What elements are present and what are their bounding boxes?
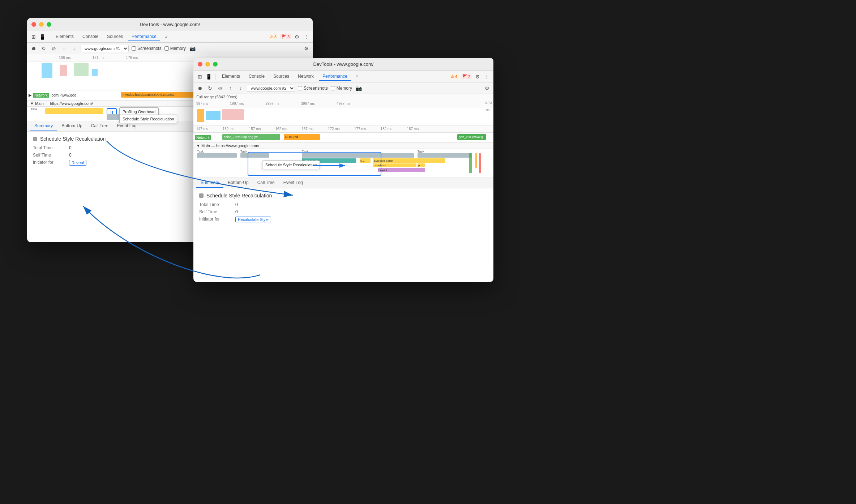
memory-label-back: Memory xyxy=(170,46,186,51)
close-button-front[interactable] xyxy=(198,62,202,67)
settings2-icon-back[interactable]: ⚙ xyxy=(303,45,310,52)
title-bar-back: DevTools - www.google.com/ xyxy=(27,18,313,31)
full-range-text: Full range (5342.99ms) xyxy=(196,95,237,99)
dr-6: 172 ms xyxy=(328,127,340,131)
main-label-back: Main — https://www.google.com/ xyxy=(35,101,93,106)
memory-checkbox-front[interactable] xyxy=(331,86,335,90)
upload-icon-back[interactable]: ↑ xyxy=(60,45,68,52)
tab-calltree-front[interactable]: Call Tree xyxy=(253,178,279,188)
tab-bottomup-back[interactable]: Bottom-Up xyxy=(57,121,86,131)
minimize-button-front[interactable] xyxy=(205,62,210,67)
tab-bar-back: ⊞ 📱 Elements Console Sources Performance… xyxy=(27,31,313,43)
screenshots-checkbox-back[interactable] xyxy=(132,46,136,51)
cpu-label-front: CPU xyxy=(485,101,492,104)
main-label-front: Main — https://www.google.com/ xyxy=(201,144,259,148)
memory-checkbox-back[interactable] xyxy=(164,46,169,51)
tab-more-front[interactable]: » xyxy=(352,72,362,81)
dr-8: 182 ms xyxy=(381,127,393,131)
schedule-style-tooltip-back: Schedule Style Recalculation xyxy=(119,115,177,123)
maximize-button-front[interactable] xyxy=(213,62,218,67)
main-arrow-back: ▼ xyxy=(30,101,34,106)
record-icon-front[interactable]: ⏺ xyxy=(196,85,204,92)
ruler-mark-1-back: 166 ms xyxy=(59,56,71,60)
total-time-value-back: 0 xyxy=(69,145,72,150)
tab-eventlog-front[interactable]: Event Log xyxy=(279,178,307,188)
memory-check-back: Memory xyxy=(164,46,186,51)
window-controls-back xyxy=(31,22,51,27)
settings-icon-back[interactable]: ⚙ xyxy=(293,33,300,40)
clear-icon-back[interactable]: ⊘ xyxy=(50,45,57,52)
close-button-back[interactable] xyxy=(31,22,36,27)
upload-icon-front[interactable]: ↑ xyxy=(227,85,234,92)
minimize-button-back[interactable] xyxy=(39,22,44,27)
settings-icon-front[interactable]: ⚙ xyxy=(474,73,481,80)
sep-front xyxy=(215,74,215,80)
clear-icon-front[interactable]: ⊘ xyxy=(217,85,224,92)
sep1 xyxy=(49,34,49,40)
window-title-back: DevTools - www.google.com/ xyxy=(140,22,200,27)
inspect-icon[interactable]: ⊞ xyxy=(30,33,37,40)
tab-bar-front: ⊞ 📱 Elements Console Sources Network Per… xyxy=(193,71,493,82)
tab-bottomup-front[interactable]: Bottom-Up xyxy=(223,178,253,188)
network-label-back: Network xyxy=(33,93,49,98)
initiator-row-front: Initiator for Recalculate Style xyxy=(199,217,488,222)
self-time-value-back: 0 xyxy=(69,153,72,158)
capture-icon-front[interactable]: 📷 xyxy=(355,85,362,92)
main-section-front: ▼ Main — https://www.google.com/ xyxy=(193,143,493,149)
tab-performance-front[interactable]: Performance xyxy=(319,72,351,81)
window-title-front: DevTools - www.google.com/ xyxy=(313,61,374,67)
record-icon-back[interactable]: ⏺ xyxy=(30,45,37,52)
more-icon-front[interactable]: ⋮ xyxy=(483,73,491,80)
tab-calltree-back[interactable]: Call Tree xyxy=(87,121,113,131)
device-icon[interactable]: 📱 xyxy=(39,33,46,40)
more-icon-back[interactable]: ⋮ xyxy=(303,33,310,40)
title-bar-front: DevTools - www.google.com/ xyxy=(193,58,493,71)
tab-summary-back[interactable]: Summary xyxy=(30,121,57,131)
target-select-front[interactable]: www.google.com #2 xyxy=(247,85,295,92)
reload-icon-front[interactable]: ↻ xyxy=(206,85,214,92)
total-time-value-front: 0 xyxy=(235,202,238,207)
tab-summary-front[interactable]: Summary xyxy=(196,178,223,188)
summary-panel-front: Schedule Style Recalculation Total Time … xyxy=(193,188,493,229)
recalculate-link-front[interactable]: Recalculate Style xyxy=(235,217,271,222)
tab-elements-back[interactable]: Elements xyxy=(52,33,77,41)
summary-color-dot-front xyxy=(199,193,204,198)
settings2-icon-front[interactable]: ⚙ xyxy=(483,85,491,92)
reload-icon-back[interactable]: ↻ xyxy=(40,45,47,52)
tab-performance-back[interactable]: Performance xyxy=(128,33,160,41)
dr-1: 147 ms xyxy=(196,127,208,131)
screenshots-check-front: Screenshots xyxy=(298,86,328,91)
initiator-label-front: Initiator for xyxy=(199,217,235,222)
reveal-link-back[interactable]: Reveal xyxy=(69,160,86,166)
inspect-icon-front[interactable]: ⊞ xyxy=(196,73,204,80)
total-time-row-front: Total Time 0 xyxy=(199,202,488,207)
download-icon-back[interactable]: ↓ xyxy=(70,45,78,52)
callout-arrow-front xyxy=(193,149,493,178)
overview-gauge-front: NET xyxy=(193,107,493,125)
target-select-back[interactable]: www.google.com #1 xyxy=(81,45,129,52)
tab-console-back[interactable]: Console xyxy=(79,33,102,41)
toolbar2-front: ⏺ ↻ ⊘ ↑ ↓ www.google.com #2 Screenshots … xyxy=(193,82,493,94)
maximize-button-back[interactable] xyxy=(47,22,51,27)
tab-elements-front[interactable]: Elements xyxy=(218,72,244,81)
total-time-label-back: Total Time xyxy=(33,145,69,150)
net-bar2-front: NUn3,qd... xyxy=(284,134,320,140)
ov-mark-3: 2997 ms xyxy=(265,102,279,106)
tab-sources-front[interactable]: Sources xyxy=(270,72,293,81)
dr-4: 162 ms xyxy=(275,127,287,131)
download-icon-front[interactable]: ↓ xyxy=(237,85,244,92)
screenshots-checkbox-front[interactable] xyxy=(298,86,302,90)
summary-color-dot-back xyxy=(33,137,37,141)
device-icon-front[interactable]: 📱 xyxy=(205,73,212,80)
tab-sources-back[interactable]: Sources xyxy=(103,33,127,41)
flame-area-front: Task Task Task Task Parse HTML E... Eval… xyxy=(193,149,493,178)
screenshots-label-front: Screenshots xyxy=(304,86,328,91)
full-range-label: Full range (5342.99ms) xyxy=(193,94,493,100)
dr-3: 157 ms xyxy=(249,127,261,131)
memory-label-front: Memory xyxy=(337,86,352,91)
capture-icon-back[interactable]: 📷 xyxy=(189,45,196,52)
tab-console-front[interactable]: Console xyxy=(245,72,268,81)
tab-network-front[interactable]: Network xyxy=(294,72,317,81)
task-block1-back xyxy=(45,108,103,114)
tab-more-back[interactable]: » xyxy=(162,33,171,41)
